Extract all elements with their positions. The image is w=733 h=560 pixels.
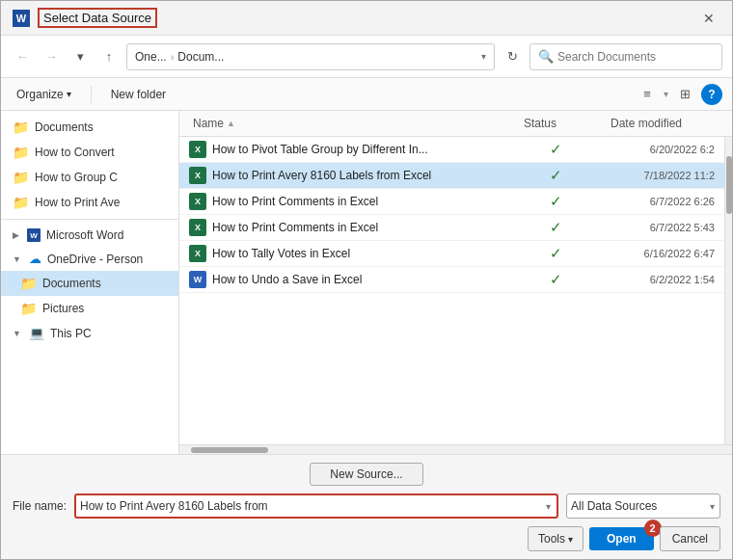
sidebar-item-onedrive[interactable]: ▼ ☁ OneDrive - Person bbox=[1, 247, 178, 271]
new-folder-button[interactable]: New folder bbox=[105, 86, 172, 103]
sidebar-item-onedrive-documents[interactable]: 📁 Documents bbox=[1, 271, 178, 296]
table-row[interactable]: W How to Undo a Save in Excel ✓ 6/2/2022… bbox=[179, 267, 724, 293]
up-button[interactable]: ↑ bbox=[97, 45, 121, 68]
tools-button[interactable]: Tools ▾ bbox=[528, 526, 584, 551]
file-name-cell: X How to Print Comments in Excel bbox=[189, 193, 512, 210]
sidebar-item-microsoft-word[interactable]: ▶ W Microsoft Word bbox=[1, 224, 178, 247]
sidebar-item-label: Pictures bbox=[42, 302, 84, 315]
expand-arrow: ▼ bbox=[13, 329, 21, 338]
word-icon-sm: W bbox=[27, 228, 41, 242]
sidebar-item-label: This PC bbox=[50, 327, 92, 340]
file-name-text: How to Print Comments in Excel bbox=[212, 221, 378, 234]
date-cell: 6/16/2022 6:47 bbox=[599, 248, 715, 259]
file-name-text: How to Print Comments in Excel bbox=[212, 195, 378, 208]
address-part1: One... bbox=[135, 50, 167, 64]
sidebar-item-pictures[interactable]: 📁 Pictures bbox=[1, 296, 178, 321]
file-type-select[interactable]: All Data Sources Word Documents Excel Fi… bbox=[566, 493, 720, 519]
horizontal-scrollbar[interactable] bbox=[179, 444, 732, 454]
sidebar-item-label: How to Print Ave bbox=[35, 196, 121, 209]
excel-icon: X bbox=[189, 245, 206, 262]
status-check: ✓ bbox=[512, 167, 599, 184]
sidebar-item-how-to-group[interactable]: 📁 How to Group C bbox=[1, 165, 178, 190]
computer-icon: 💻 bbox=[29, 326, 44, 340]
filename-input[interactable] bbox=[80, 499, 544, 513]
col-header-date[interactable]: Date modified bbox=[607, 115, 722, 132]
sidebar-item-how-to-print-ave[interactable]: 📁 How to Print Ave bbox=[1, 190, 178, 215]
scrollbar-thumb bbox=[726, 156, 732, 214]
status-check: ✓ bbox=[512, 141, 599, 158]
address-sep: › bbox=[171, 51, 175, 63]
file-name-text: How to Undo a Save in Excel bbox=[212, 273, 362, 286]
date-cell: 7/18/2022 11:2 bbox=[599, 170, 715, 181]
sidebar-item-label: How to Group C bbox=[35, 171, 118, 184]
table-row[interactable]: X How to Print Avery 8160 Labels from Ex… bbox=[179, 163, 724, 189]
close-button[interactable]: ✕ bbox=[697, 7, 720, 30]
search-box[interactable]: 🔍 bbox=[529, 43, 722, 70]
folder-icon: 📁 bbox=[13, 120, 29, 135]
address-chevron: ▾ bbox=[481, 51, 486, 62]
col-header-name[interactable]: Name ▲ bbox=[189, 115, 520, 132]
sidebar-item-this-pc[interactable]: ▼ 💻 This PC bbox=[1, 321, 178, 345]
address-box[interactable]: One... › Docum... ▾ bbox=[126, 43, 495, 70]
file-name-text: How to Print Avery 8160 Labels from Exce… bbox=[212, 169, 431, 182]
view-grid-button[interactable]: ⊞ bbox=[672, 84, 697, 105]
open-btn-container: Open 2 bbox=[589, 527, 654, 550]
select-data-source-dialog: W Select Data Source ✕ ← → ▾ ↑ One... › … bbox=[0, 0, 733, 560]
title-bar-left: W Select Data Source bbox=[13, 8, 157, 28]
sidebar-item-label: Documents bbox=[35, 120, 94, 134]
refresh-button[interactable]: ↻ bbox=[501, 45, 524, 68]
filename-input-wrapper: ▾ bbox=[74, 493, 558, 519]
file-list-area: Name ▲ Status Date modified X How to Piv… bbox=[179, 111, 732, 454]
sidebar-item-label: OneDrive - Person bbox=[47, 253, 143, 266]
sidebar-item-how-to-convert[interactable]: 📁 How to Convert bbox=[1, 140, 178, 165]
file-name-cell: X How to Pivot Table Group by Different … bbox=[189, 141, 512, 158]
address-bar: ← → ▾ ↑ One... › Docum... ▾ ↻ 🔍 bbox=[1, 36, 732, 78]
toolbar: Organize ▾ New folder ≡ ▾ ⊞ ? bbox=[1, 78, 732, 111]
file-name-cell: X How to Tally Votes in Excel bbox=[189, 245, 512, 262]
folder-icon: 📁 bbox=[20, 276, 37, 291]
status-check: ✓ bbox=[512, 245, 599, 262]
cancel-button[interactable]: Cancel bbox=[660, 526, 720, 551]
file-name-cell: W How to Undo a Save in Excel bbox=[189, 271, 512, 288]
main-area: 📁 Documents 📁 How to Convert 📁 How to Gr… bbox=[1, 111, 732, 454]
folder-icon: 📁 bbox=[20, 301, 37, 316]
excel-icon: X bbox=[189, 167, 206, 184]
sidebar-divider bbox=[1, 219, 178, 220]
h-scroll-thumb bbox=[191, 447, 268, 453]
date-cell: 6/7/2022 5:43 bbox=[599, 222, 715, 233]
vertical-scrollbar[interactable] bbox=[724, 137, 732, 444]
filename-chevron[interactable]: ▾ bbox=[544, 499, 553, 514]
search-input[interactable] bbox=[557, 50, 714, 64]
footer: New Source... File name: ▾ All Data Sour… bbox=[1, 454, 732, 559]
address-part2: Docum... bbox=[177, 50, 224, 64]
col-header-status[interactable]: Status bbox=[520, 115, 607, 132]
table-row[interactable]: X How to Print Comments in Excel ✓ 6/7/2… bbox=[179, 215, 724, 241]
expand-arrow: ▶ bbox=[13, 230, 19, 240]
dropdown-button[interactable]: ▾ bbox=[68, 45, 92, 68]
word-icon: W bbox=[13, 10, 30, 27]
table-row[interactable]: X How to Tally Votes in Excel ✓ 6/16/202… bbox=[179, 241, 724, 267]
dialog-title: Select Data Source bbox=[38, 8, 157, 28]
back-button[interactable]: ← bbox=[11, 45, 34, 68]
filename-row: File name: ▾ All Data Sources Word Docum… bbox=[13, 493, 720, 519]
file-name-cell: X How to Print Comments in Excel bbox=[189, 219, 512, 236]
status-check: ✓ bbox=[512, 193, 599, 210]
date-cell: 6/2/2022 1:54 bbox=[599, 274, 715, 285]
organize-button[interactable]: Organize ▾ bbox=[11, 86, 77, 103]
table-row[interactable]: X How to Print Comments in Excel ✓ 6/7/2… bbox=[179, 189, 724, 215]
excel-icon: X bbox=[189, 219, 206, 236]
sidebar-item-label: Documents bbox=[42, 277, 101, 290]
file-list-wrapper: X How to Pivot Table Group by Different … bbox=[179, 137, 732, 444]
file-name-cell: X How to Print Avery 8160 Labels from Ex… bbox=[189, 167, 512, 184]
help-button[interactable]: ? bbox=[701, 84, 722, 105]
table-row[interactable]: X How to Pivot Table Group by Different … bbox=[179, 137, 724, 163]
new-source-button[interactable]: New Source... bbox=[310, 463, 422, 486]
folder-icon: 📁 bbox=[13, 145, 29, 160]
forward-button[interactable]: → bbox=[40, 45, 63, 68]
sidebar-item-documents[interactable]: 📁 Documents bbox=[1, 115, 178, 140]
cloud-icon: ☁ bbox=[29, 252, 41, 266]
view-list-button[interactable]: ≡ bbox=[635, 84, 660, 105]
status-check: ✓ bbox=[512, 219, 599, 236]
file-list: X How to Pivot Table Group by Different … bbox=[179, 137, 724, 444]
cancel-btn-container: Cancel bbox=[660, 526, 720, 551]
